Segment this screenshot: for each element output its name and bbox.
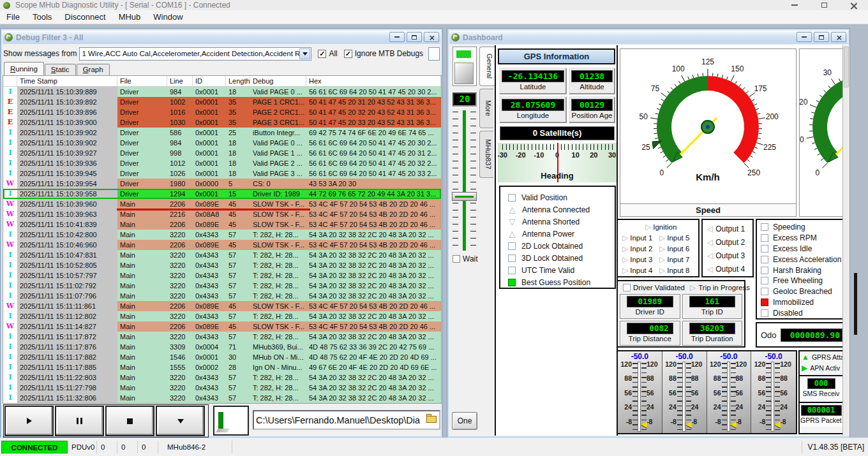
cell-debug: T: 282, H: 28... [250, 260, 306, 270]
tick-label: 120 [691, 360, 704, 368]
analog-slider[interactable]: -50.0120120888856562424-8-8-40-40 [751, 351, 796, 433]
satellites-banner: 0 Satellite(s) [500, 126, 615, 140]
table-row[interactable]: I2025/11/11 15:10:42:800Main32200x434357… [3, 230, 441, 240]
table-row[interactable]: I2025/11/11 15:10:39:927Driver9980x00011… [3, 148, 441, 158]
scrollbar-thumb[interactable] [844, 47, 849, 87]
tick-label: -8 [708, 418, 721, 425]
maximize-button[interactable] [809, 0, 839, 10]
pause-button[interactable] [55, 406, 104, 436]
tab-mhub837[interactable]: MHub837 [479, 131, 493, 178]
table-row[interactable]: I2025/11/11 15:11:07:796Main32200x434357… [3, 291, 441, 301]
gps-status-label: Best Guess Position [521, 278, 590, 287]
table-row[interactable]: W2025/11/11 15:10:39:960Main22060x089E45… [3, 199, 441, 209]
status-square-icon [761, 288, 768, 295]
dash-close-button[interactable] [831, 32, 846, 42]
table-row[interactable]: I2025/11/11 15:11:17:872Main32200x434357… [3, 332, 441, 342]
table-row[interactable]: W2025/11/11 15:11:11:861Main22060x089E45… [3, 301, 441, 311]
dashboard-scrollbar[interactable] [842, 45, 849, 436]
menu-item-mhub[interactable]: MHub [112, 10, 147, 24]
table-row[interactable]: I2025/11/11 15:10:52:805Main32200x434357… [3, 260, 441, 270]
close-button[interactable] [839, 0, 868, 10]
table-row[interactable]: I2025/11/11 15:11:02:792Main32200x434357… [3, 281, 441, 291]
table-row[interactable]: E2025/11/11 15:10:39:900Driver10300x0001… [3, 117, 441, 128]
tick-label: 24 [736, 403, 749, 411]
table-row[interactable]: I2025/11/11 15:11:12:802Main32200x434357… [3, 311, 441, 321]
cell-id: 0x4343 [193, 311, 226, 321]
log-path-field[interactable]: C:\Users\Fernando.Manuel\Desktop\Dia [253, 410, 440, 430]
table-row[interactable]: W2025/11/11 15:10:39:954Driver19800x0000… [3, 179, 441, 189]
stop-button[interactable] [105, 406, 154, 436]
wait-checkbox[interactable] [453, 255, 460, 263]
slider-handle[interactable] [452, 192, 477, 201]
cell-debug: CS: 0 [250, 179, 306, 189]
chevron-down-icon[interactable] [299, 48, 310, 59]
cell-length: 18 [226, 87, 250, 97]
analog-slider[interactable]: -50.0120120888856562424-8-8-40-40 [662, 351, 707, 433]
refresh-rate-slider[interactable] [451, 110, 478, 251]
debug-minimize-button[interactable] [389, 32, 405, 42]
input-row: ▷Input 4▷Input 8 [618, 265, 698, 276]
table-row[interactable]: I2025/11/11 15:11:17:885Main15550x000228… [3, 362, 441, 372]
debug-titlebar[interactable]: Debug Filter 3 - All [3, 31, 440, 44]
play-button[interactable] [4, 406, 54, 436]
table-row[interactable]: E2025/11/11 15:10:39:892Driver10020x0001… [3, 97, 441, 107]
table-row[interactable]: I2025/11/11 15:10:39:936Driver10120x0001… [3, 158, 441, 168]
table-row[interactable]: I2025/11/11 15:11:17:882Main15460x000130… [3, 352, 441, 362]
dashboard-window-title: Dashboard [463, 33, 503, 42]
debug-restore-button[interactable] [407, 32, 422, 42]
svg-text:0: 0 [660, 168, 664, 177]
table-row[interactable]: E2025/11/11 15:10:39:896Driver10160x0001… [3, 107, 441, 117]
table-row[interactable]: I2025/11/11 15:10:39:945Driver10260x0001… [3, 168, 441, 179]
tab-more[interactable]: More [479, 89, 493, 128]
dashboard-tab-strip: GeneralMoreMHub837 [479, 47, 495, 238]
table-row[interactable]: I2025/11/11 15:10:39:902Driver9840x00011… [3, 138, 441, 148]
table-row[interactable]: I2025/11/11 15:10:47:831Main32200x434357… [3, 250, 441, 260]
dash-restore-button[interactable] [814, 32, 829, 42]
table-row[interactable]: I2025/11/11 15:10:57:797Main32200x434357… [3, 270, 441, 281]
row-type-icon: I [3, 393, 17, 403]
dash-minimize-button[interactable] [797, 32, 812, 42]
one-button[interactable]: One [452, 412, 477, 430]
cell-timestamp: 2025/11/11 15:11:11:861 [17, 301, 117, 311]
table-row[interactable]: I2025/11/11 15:11:32:806Main32200x434357… [3, 393, 441, 403]
cell-id: 0x4343 [193, 230, 226, 240]
table-row[interactable]: I2025/11/11 15:10:39:902Driver5860x00012… [3, 128, 441, 138]
tick-label: 24 [691, 403, 704, 411]
table-row[interactable]: W2025/11/11 15:10:46:960Main22060x089E45… [3, 240, 441, 250]
table-row[interactable]: W2025/11/11 15:10:39:963Main22160x08A845… [3, 209, 441, 219]
gps-status-item: △Antenna Connected [500, 203, 615, 216]
cell-id: 0x0004 [193, 342, 226, 352]
minimize-button[interactable] [780, 0, 809, 10]
table-row[interactable]: W2025/11/11 15:11:14:827Main22060x089E45… [3, 321, 441, 332]
ignore-mtb-checkbox[interactable]: ✓ [344, 50, 352, 58]
all-checkbox[interactable]: ✓ [318, 50, 326, 58]
input-row: ▷Input 3▷Input 7 [618, 254, 698, 265]
table-row[interactable]: I2025/11/11 15:10:39:958Driver12940x0001… [3, 189, 441, 199]
tab-graph[interactable]: Graph [77, 64, 110, 75]
refresh-toggle-switch[interactable] [453, 47, 477, 86]
menu-item-file[interactable]: File [0, 10, 26, 24]
svg-text:225: 225 [763, 143, 776, 152]
more-actions-button[interactable] [156, 406, 205, 436]
analog-slider[interactable]: -50.0120120888856562424-8-8-40-40 [707, 351, 752, 433]
io-label: Input 1 [630, 234, 652, 242]
mdi-scroll-thumb [854, 273, 857, 335]
table-row[interactable]: I2025/11/11 15:10:39:889Driver9840x00011… [3, 87, 441, 97]
table-row[interactable]: I2025/11/11 15:11:17:876Main33090x000471… [3, 342, 441, 352]
menu-item-window[interactable]: Window [147, 10, 189, 24]
analog-slider[interactable]: -50.0120120888856562424-8-8-40-40 [618, 351, 662, 433]
browse-folder-button[interactable] [426, 413, 438, 427]
table-row[interactable]: I2025/11/11 15:11:27:798Main32200x434357… [3, 383, 441, 393]
debug-close-button[interactable] [424, 32, 439, 42]
filter-text-input[interactable] [428, 47, 440, 61]
table-row[interactable]: W2025/11/11 15:10:41:839Main22060x089E45… [3, 219, 441, 230]
tab-general[interactable]: General [479, 47, 495, 86]
menu-item-tools[interactable]: Tools [26, 10, 58, 24]
message-source-combo[interactable]: 1 Wire,ACC Auto Cal,Accelerometer,Accide… [79, 47, 311, 61]
tab-static[interactable]: Static [45, 64, 76, 75]
tab-running[interactable]: Running [4, 62, 44, 75]
dashboard-titlebar[interactable]: Dashboard [449, 31, 848, 44]
menu-item-disconnect[interactable]: Disconnect [58, 10, 112, 24]
io-label: Input 6 [667, 245, 689, 253]
table-row[interactable]: I2025/11/11 15:11:22:803Main32200x434357… [3, 372, 441, 383]
